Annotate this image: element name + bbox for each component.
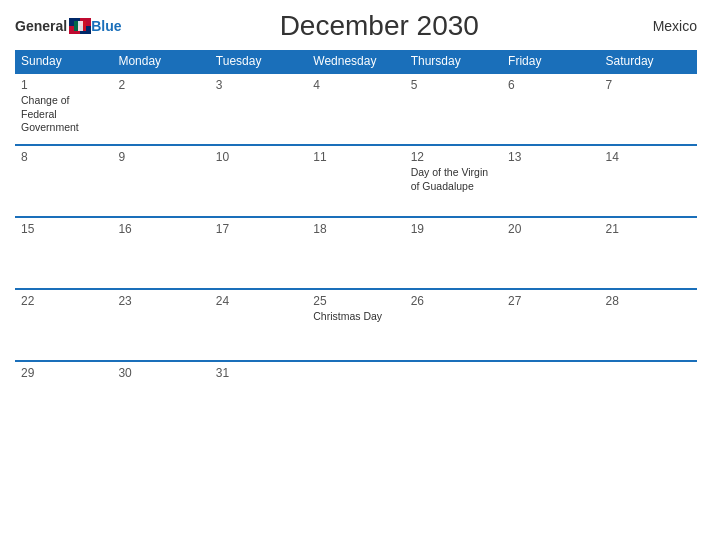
day-number: 22: [21, 294, 106, 308]
calendar-cell: 6: [502, 73, 599, 145]
header-friday: Friday: [502, 50, 599, 73]
day-number: 23: [118, 294, 203, 308]
calendar-cell: 4: [307, 73, 404, 145]
calendar-header: Sunday Monday Tuesday Wednesday Thursday…: [15, 50, 697, 73]
day-number: 14: [606, 150, 691, 164]
day-number: 3: [216, 78, 301, 92]
day-number: 20: [508, 222, 593, 236]
day-number: 21: [606, 222, 691, 236]
day-number: 27: [508, 294, 593, 308]
calendar-week-row: 22232425Christmas Day262728: [15, 289, 697, 361]
day-number: 4: [313, 78, 398, 92]
calendar-cell: 13: [502, 145, 599, 217]
calendar-cell: 14: [600, 145, 697, 217]
logo: General Blue: [15, 18, 121, 34]
calendar-cell: 7: [600, 73, 697, 145]
calendar-cell: 11: [307, 145, 404, 217]
holiday-name: Change of Federal Government: [21, 94, 79, 133]
logo-general-text: General: [15, 18, 67, 34]
calendar-cell: 10: [210, 145, 307, 217]
calendar-cell: 18: [307, 217, 404, 289]
calendar-week-row: 89101112Day of the Virgin of Guadalupe13…: [15, 145, 697, 217]
country-label: Mexico: [637, 18, 697, 34]
calendar-cell: 1Change of Federal Government: [15, 73, 112, 145]
calendar-page: General Blue December 2030 Mexico Sunday…: [0, 0, 712, 550]
day-number: 17: [216, 222, 301, 236]
calendar-cell: 16: [112, 217, 209, 289]
calendar-cell: 29: [15, 361, 112, 433]
calendar-cell: [307, 361, 404, 433]
calendar-table: Sunday Monday Tuesday Wednesday Thursday…: [15, 50, 697, 433]
calendar-cell: 19: [405, 217, 502, 289]
day-number: 8: [21, 150, 106, 164]
logo-flag-icon: [69, 18, 91, 34]
day-number: 31: [216, 366, 301, 380]
header-tuesday: Tuesday: [210, 50, 307, 73]
calendar-cell: 21: [600, 217, 697, 289]
calendar-cell: 17: [210, 217, 307, 289]
calendar-cell: [405, 361, 502, 433]
calendar-body: 1Change of Federal Government23456789101…: [15, 73, 697, 433]
calendar-cell: 5: [405, 73, 502, 145]
calendar-cell: [600, 361, 697, 433]
day-number: 25: [313, 294, 398, 308]
day-number: 11: [313, 150, 398, 164]
day-number: 28: [606, 294, 691, 308]
holiday-name: Christmas Day: [313, 310, 382, 322]
logo-blue-text: Blue: [91, 18, 121, 34]
day-number: 18: [313, 222, 398, 236]
day-number: 2: [118, 78, 203, 92]
weekday-header-row: Sunday Monday Tuesday Wednesday Thursday…: [15, 50, 697, 73]
day-number: 13: [508, 150, 593, 164]
calendar-week-row: 1Change of Federal Government234567: [15, 73, 697, 145]
calendar-week-row: 293031: [15, 361, 697, 433]
calendar-cell: [502, 361, 599, 433]
holiday-name: Day of the Virgin of Guadalupe: [411, 166, 488, 192]
day-number: 24: [216, 294, 301, 308]
calendar-cell: 24: [210, 289, 307, 361]
calendar-week-row: 15161718192021: [15, 217, 697, 289]
header-thursday: Thursday: [405, 50, 502, 73]
calendar-cell: 31: [210, 361, 307, 433]
calendar-title: December 2030: [121, 10, 637, 42]
day-number: 16: [118, 222, 203, 236]
day-number: 15: [21, 222, 106, 236]
day-number: 1: [21, 78, 106, 92]
header-saturday: Saturday: [600, 50, 697, 73]
calendar-cell: 28: [600, 289, 697, 361]
svg-rect-5: [74, 21, 78, 31]
header-monday: Monday: [112, 50, 209, 73]
calendar-cell: 12Day of the Virgin of Guadalupe: [405, 145, 502, 217]
day-number: 7: [606, 78, 691, 92]
calendar-cell: 15: [15, 217, 112, 289]
calendar-cell: 30: [112, 361, 209, 433]
svg-rect-6: [83, 21, 86, 31]
day-number: 10: [216, 150, 301, 164]
day-number: 9: [118, 150, 203, 164]
header-sunday: Sunday: [15, 50, 112, 73]
calendar-cell: 22: [15, 289, 112, 361]
day-number: 12: [411, 150, 496, 164]
calendar-cell: 26: [405, 289, 502, 361]
calendar-cell: 23: [112, 289, 209, 361]
calendar-cell: 25Christmas Day: [307, 289, 404, 361]
calendar-cell: 9: [112, 145, 209, 217]
calendar-cell: 27: [502, 289, 599, 361]
calendar-cell: 20: [502, 217, 599, 289]
calendar-cell: 2: [112, 73, 209, 145]
header: General Blue December 2030 Mexico: [15, 10, 697, 42]
day-number: 6: [508, 78, 593, 92]
day-number: 29: [21, 366, 106, 380]
calendar-cell: 3: [210, 73, 307, 145]
calendar-cell: 8: [15, 145, 112, 217]
day-number: 5: [411, 78, 496, 92]
day-number: 19: [411, 222, 496, 236]
day-number: 26: [411, 294, 496, 308]
day-number: 30: [118, 366, 203, 380]
header-wednesday: Wednesday: [307, 50, 404, 73]
